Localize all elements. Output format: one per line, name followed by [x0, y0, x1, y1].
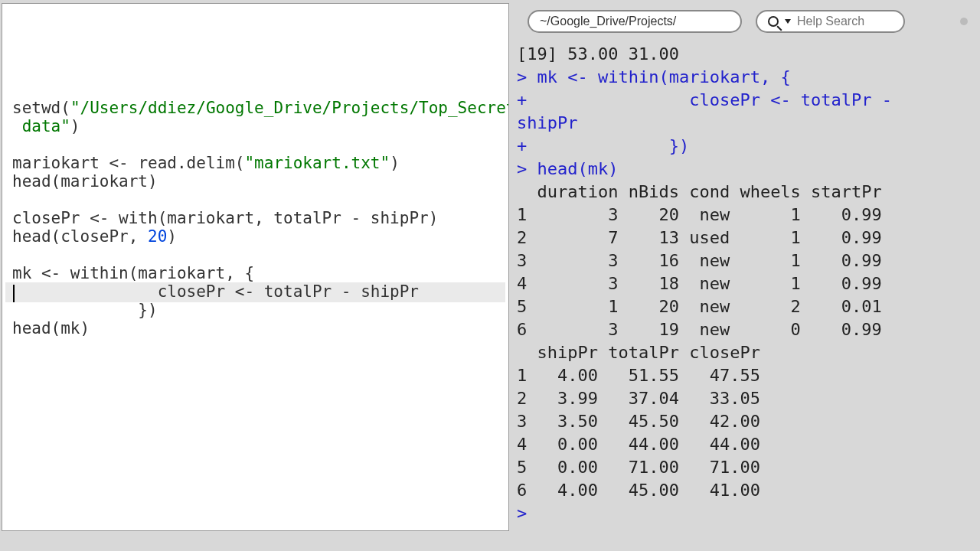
r-console[interactable]: [19] 53.00 31.00> mk <- within(mariokart… [511, 40, 980, 551]
search-icon [768, 16, 779, 27]
working-directory-path: ~/Google_Drive/Projects/ [540, 15, 676, 28]
working-directory-selector[interactable]: ~/Google_Drive/Projects/ [528, 10, 742, 33]
editor-content: setwd("/Users/ddiez/Google_Drive/Project… [12, 99, 501, 337]
dropdown-icon [785, 19, 791, 24]
help-search-input[interactable] [795, 14, 887, 29]
help-search-box[interactable] [756, 10, 905, 33]
toolbar: ~/Google_Drive/Projects/ [511, 0, 980, 40]
text-cursor [13, 285, 15, 302]
app-root: setwd("/Users/ddiez/Google_Drive/Project… [0, 0, 980, 551]
source-editor[interactable]: setwd("/Users/ddiez/Google_Drive/Project… [2, 3, 509, 531]
status-indicator-icon [960, 18, 968, 25]
right-zone: ~/Google_Drive/Projects/ [19] 53.00 31.0… [511, 0, 980, 551]
